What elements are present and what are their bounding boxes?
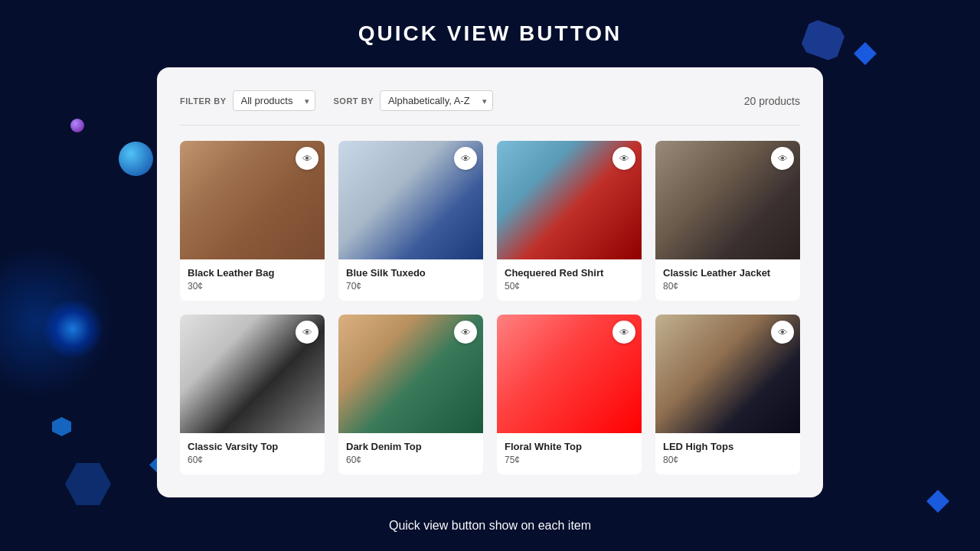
eye-icon: 👁 xyxy=(461,327,471,338)
quick-view-button[interactable]: 👁 xyxy=(296,147,318,170)
product-card[interactable]: 👁 Dark Denim Top 60¢ xyxy=(338,315,483,474)
product-card[interactable]: 👁 Black Leather Bag 30¢ xyxy=(180,141,325,301)
bg-sphere-2 xyxy=(119,142,153,176)
sort-select-wrapper[interactable]: Alphabetically, A-Z Alphabetically, Z-A … xyxy=(380,90,493,111)
product-info: Dark Denim Top 60¢ xyxy=(338,433,483,474)
bg-decoration-4 xyxy=(65,463,111,505)
product-info: LED High Tops 80¢ xyxy=(655,433,800,474)
quick-view-button[interactable]: 👁 xyxy=(296,321,318,344)
product-price: 75¢ xyxy=(505,455,634,465)
bg-decoration-1 xyxy=(799,18,847,63)
product-grid: 👁 Black Leather Bag 30¢ 👁 Blue Silk Tuxe… xyxy=(180,141,800,474)
product-image-wrapper: 👁 xyxy=(655,315,800,433)
eye-icon: 👁 xyxy=(461,153,471,165)
tagline: Quick view button show on each item xyxy=(389,519,591,533)
product-info: Chequered Red Shirt 50¢ xyxy=(497,259,642,301)
product-name: Classic Varsity Top xyxy=(188,441,317,452)
product-info: Black Leather Bag 30¢ xyxy=(180,259,325,301)
bg-sphere-1 xyxy=(70,119,84,132)
product-name: Black Leather Bag xyxy=(188,267,317,279)
quick-view-button[interactable]: 👁 xyxy=(454,147,477,170)
bg-decoration-2 xyxy=(854,42,877,65)
product-image-wrapper: 👁 xyxy=(180,141,325,259)
eye-icon: 👁 xyxy=(778,327,788,338)
product-name: Blue Silk Tuxedo xyxy=(346,267,475,279)
eye-icon: 👁 xyxy=(619,327,629,338)
product-image-wrapper: 👁 xyxy=(497,315,642,433)
product-name: Chequered Red Shirt xyxy=(505,267,634,279)
product-count: 20 products xyxy=(744,95,800,107)
product-image-wrapper: 👁 xyxy=(655,141,800,259)
quick-view-button[interactable]: 👁 xyxy=(771,321,794,344)
quick-view-button[interactable]: 👁 xyxy=(454,321,477,344)
product-name: Dark Denim Top xyxy=(346,441,475,452)
product-price: 70¢ xyxy=(346,281,475,292)
product-card[interactable]: 👁 Chequered Red Shirt 50¢ xyxy=(497,141,642,301)
eye-icon: 👁 xyxy=(302,153,312,165)
sort-group: SORT BY Alphabetically, A-Z Alphabetical… xyxy=(334,90,493,111)
product-price: 60¢ xyxy=(346,455,475,465)
product-name: LED High Tops xyxy=(663,441,792,452)
filter-select-wrapper[interactable]: All products Bags Tops Jackets Shoes xyxy=(233,90,315,111)
product-price: 50¢ xyxy=(505,281,634,292)
bg-decoration-3 xyxy=(52,417,71,436)
product-price: 30¢ xyxy=(188,281,317,292)
product-image-wrapper: 👁 xyxy=(338,315,483,433)
bg-glow-blue xyxy=(42,298,103,360)
product-info: Classic Leather Jacket 80¢ xyxy=(655,259,800,301)
product-image-wrapper: 👁 xyxy=(497,141,642,259)
product-name: Floral White Top xyxy=(505,441,634,452)
eye-icon: 👁 xyxy=(302,327,312,338)
quick-view-button[interactable]: 👁 xyxy=(612,321,635,344)
filter-select[interactable]: All products Bags Tops Jackets Shoes xyxy=(233,90,315,111)
sort-select[interactable]: Alphabetically, A-Z Alphabetically, Z-A … xyxy=(380,90,493,111)
filter-label: FILTER BY xyxy=(180,96,227,106)
product-card[interactable]: 👁 Blue Silk Tuxedo 70¢ xyxy=(338,141,483,301)
eye-icon: 👁 xyxy=(778,153,788,165)
product-card[interactable]: 👁 Floral White Top 75¢ xyxy=(497,315,642,474)
quick-view-button[interactable]: 👁 xyxy=(612,147,635,170)
product-info: Blue Silk Tuxedo 70¢ xyxy=(338,259,483,301)
eye-icon: 👁 xyxy=(619,153,629,165)
quick-view-button[interactable]: 👁 xyxy=(771,147,794,170)
bg-decoration-6 xyxy=(926,490,949,513)
product-image-wrapper: 👁 xyxy=(338,141,483,259)
filter-bar: FILTER BY All products Bags Tops Jackets… xyxy=(180,83,800,126)
product-card[interactable]: 👁 Classic Varsity Top 60¢ xyxy=(180,315,325,474)
product-name: Classic Leather Jacket xyxy=(663,267,792,279)
product-image-wrapper: 👁 xyxy=(180,315,325,433)
product-price: 80¢ xyxy=(663,455,792,465)
product-price: 60¢ xyxy=(188,455,317,465)
sort-label: SORT BY xyxy=(334,96,374,106)
page-title: QUICK VIEW BUTTON xyxy=(358,21,622,46)
product-info: Floral White Top 75¢ xyxy=(497,433,642,474)
main-card: FILTER BY All products Bags Tops Jackets… xyxy=(157,67,823,497)
product-price: 80¢ xyxy=(663,281,792,292)
product-info: Classic Varsity Top 60¢ xyxy=(180,433,325,474)
product-card[interactable]: 👁 Classic Leather Jacket 80¢ xyxy=(655,141,800,301)
product-card[interactable]: 👁 LED High Tops 80¢ xyxy=(655,315,800,474)
